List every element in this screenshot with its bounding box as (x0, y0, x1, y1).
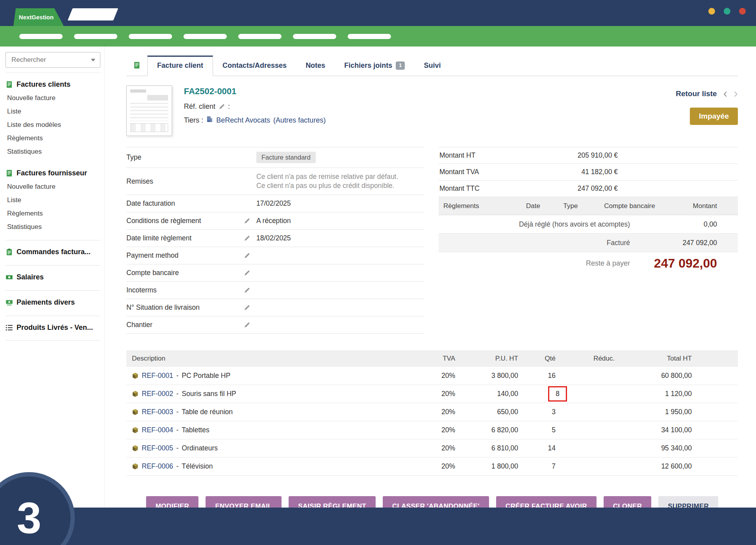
product-ref-link[interactable]: REF-0003 (142, 408, 173, 416)
sidebar-section-label: Factures fournisseur (17, 169, 87, 177)
cloner-button[interactable]: CLONER (604, 496, 652, 508)
product-ref-link[interactable]: REF-0004 (142, 426, 173, 434)
billed-value: 247 092,00 (630, 239, 738, 247)
tiers-link[interactable]: BeRecht Avocats (216, 116, 270, 125)
app-window: NextGestion Factures clientsNouvelle fac… (0, 0, 756, 545)
search-box[interactable] (6, 52, 100, 68)
line-row: REF-0001 - PC Portable HP20%3 800,001660… (126, 367, 738, 385)
detail-label-cell: Conditions de règlement (126, 217, 256, 225)
pencil-icon[interactable] (244, 253, 250, 259)
tab-notes[interactable]: Notes (296, 56, 335, 76)
detail-label-cell: Date limite règlement (126, 234, 256, 242)
brand-tab[interactable]: NextGestion (13, 8, 64, 26)
sidebar-item-liste-des-modeles[interactable]: Liste des modèles (6, 118, 100, 132)
sidebar-section-title[interactable]: Factures fournisseur (6, 166, 100, 180)
col-total-ht: Total HT (615, 355, 692, 363)
product-ref-link[interactable]: REF-0005 (142, 444, 173, 452)
sidebar-item-nouvelle-facture[interactable]: Nouvelle facture (6, 91, 100, 105)
menu-item-redacted[interactable] (293, 34, 336, 39)
search-input[interactable] (11, 56, 82, 64)
tiers-row: Tiers : BeRecht Avocats (Autres factures… (184, 116, 326, 125)
tab-fichiers-joints[interactable]: Fichiers joints1 (335, 56, 414, 76)
tiers-extra-link[interactable]: (Autres factures) (273, 116, 326, 125)
menu-item-redacted[interactable] (19, 34, 63, 39)
payments-col-compte: Compte bancaire (588, 202, 671, 210)
line-unit-price: 650,00 (455, 408, 518, 416)
menu-item-redacted[interactable] (183, 34, 227, 39)
separator: - (176, 426, 179, 434)
thumbnail-line (130, 89, 146, 93)
pencil-icon[interactable] (244, 305, 250, 311)
back-to-list-link[interactable]: Retour liste (676, 89, 717, 98)
menu-item-redacted[interactable] (238, 34, 282, 39)
chevron-left-icon[interactable]: ‹ (723, 89, 728, 97)
line-tva: 20% (412, 408, 455, 416)
sidebar-item-reglements[interactable]: Règlements (6, 132, 100, 145)
sidebar-section-title[interactable]: Factures clients (6, 78, 100, 91)
sidebar-item-statistiques[interactable]: Statistiques (6, 220, 100, 234)
product-ref-link[interactable]: REF-0002 (142, 390, 173, 398)
detail-label-cell: Chantier (126, 321, 256, 329)
pencil-icon[interactable] (244, 322, 250, 328)
step-number: 3 (17, 493, 41, 543)
sidebar-section-title[interactable]: Commandes factura... (6, 245, 100, 259)
pencil-icon[interactable] (219, 104, 225, 110)
creer-facture-avoir-button[interactable]: CRÉER FACTURE AVOIR (496, 496, 597, 508)
pencil-icon[interactable] (244, 218, 250, 224)
pencil-icon[interactable] (244, 287, 250, 294)
sidebar-item-liste[interactable]: Liste (6, 105, 100, 118)
pagination-row: Retour liste ‹ › (676, 89, 738, 98)
window-control-maximize[interactable] (724, 8, 730, 15)
page-body: Factures clientsNouvelle factureListeLis… (0, 47, 756, 508)
line-qty: 3 (518, 408, 556, 416)
detail-label: Date facturation (126, 199, 175, 208)
tab-label: Fichiers joints (344, 61, 392, 70)
tab-suivi[interactable]: Suivi (414, 56, 450, 76)
detail-row-remises: RemisesCe client n'a pas de remise relat… (126, 168, 424, 195)
sidebar-item-reglements[interactable]: Règlements (6, 207, 100, 220)
product-label: Ordinateurs (182, 444, 218, 452)
invoice-thumbnail[interactable] (126, 86, 172, 136)
thumbnail-line (130, 103, 168, 121)
product-label: Télévision (182, 462, 213, 471)
brand-name: NextGestion (19, 14, 54, 20)
menu-item-redacted[interactable] (348, 34, 391, 39)
menu-item-redacted[interactable] (74, 34, 117, 39)
sidebar-section-title[interactable]: Salaires (6, 270, 100, 284)
invoice-header: FA2502-0001 Réf. client : Tiers : BeRech… (126, 76, 738, 137)
supprimer-button[interactable]: SUPPRIMER (658, 496, 718, 508)
separator: - (176, 372, 179, 380)
caret-down-icon (91, 59, 95, 61)
line-row: REF-0004 - Tablettes20%6 820,00534 100,0… (126, 421, 738, 439)
sidebar-item-statistiques[interactable]: Statistiques (6, 145, 100, 158)
billed-row: Facturé 247 092,00 (439, 234, 738, 252)
tab-facture-client[interactable]: Facture client (147, 56, 213, 76)
sidebar-section-title[interactable]: Paiements divers (6, 296, 100, 309)
sidebar-section-title[interactable]: Produits Livrés - Ven... (6, 321, 100, 335)
pencil-icon[interactable] (244, 270, 250, 276)
sidebar-section-factures-fournisseur: Factures fournisseurNouvelle factureList… (6, 163, 100, 238)
window-control-minimize[interactable] (708, 8, 715, 15)
modifier-button[interactable]: MODIFIER (146, 496, 199, 508)
tab-contacts-adresses[interactable]: Contacts/Adresses (213, 56, 296, 76)
menu-item-redacted[interactable] (129, 34, 172, 39)
saisir-reglement-button[interactable]: SAISIR RÈGLEMENT (289, 496, 376, 508)
detail-label: Incoterms (126, 286, 157, 294)
tab-object-icon[interactable] (126, 56, 147, 76)
redacted-browser-tab[interactable] (68, 8, 119, 20)
payments-icon (6, 299, 13, 306)
line-qty: 14 (518, 444, 556, 452)
window-control-close[interactable] (739, 8, 746, 15)
detail-row-incoterms: Incoterms (126, 282, 424, 299)
pencil-icon[interactable] (244, 235, 250, 242)
envoyer-email-button[interactable]: ENVOYER EMAIL (206, 496, 282, 508)
sidebar-section-label: Salaires (17, 273, 44, 281)
product-ref-link[interactable]: REF-0006 (142, 462, 173, 471)
total-value: 41 182,00 € (569, 168, 738, 176)
chevron-right-icon[interactable]: › (734, 89, 738, 97)
ref-client-colon: : (228, 102, 230, 111)
product-ref-link[interactable]: REF-0001 (142, 372, 173, 380)
sidebar-item-liste[interactable]: Liste (6, 193, 100, 207)
sidebar-item-nouvelle-facture[interactable]: Nouvelle facture (6, 180, 100, 193)
classer-abandonnee-button[interactable]: CLASSER 'ABANDONNÉE' (383, 496, 489, 508)
